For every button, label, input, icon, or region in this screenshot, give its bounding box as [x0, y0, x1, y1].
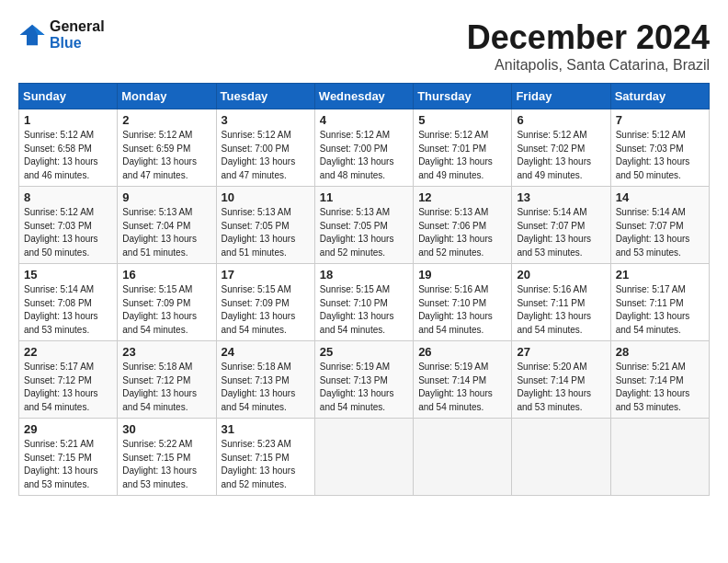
- day-info: Sunrise: 5:12 AM Sunset: 6:58 PM Dayligh…: [24, 129, 112, 182]
- day-number: 22: [24, 345, 112, 359]
- calendar-day-cell: 24Sunrise: 5:18 AM Sunset: 7:13 PM Dayli…: [216, 341, 314, 419]
- calendar-day-cell: 21Sunrise: 5:17 AM Sunset: 7:11 PM Dayli…: [610, 264, 709, 341]
- calendar-day-cell: 3Sunrise: 5:12 AM Sunset: 7:00 PM Daylig…: [216, 109, 314, 187]
- weekday-header: Saturday: [610, 84, 709, 109]
- day-info: Sunrise: 5:15 AM Sunset: 7:09 PM Dayligh…: [122, 283, 210, 337]
- day-info: Sunrise: 5:14 AM Sunset: 7:07 PM Dayligh…: [517, 206, 605, 259]
- day-info: Sunrise: 5:12 AM Sunset: 7:01 PM Dayligh…: [418, 129, 506, 182]
- calendar-day-cell: 14Sunrise: 5:14 AM Sunset: 7:07 PM Dayli…: [610, 187, 709, 264]
- weekday-header: Monday: [118, 84, 216, 109]
- day-info: Sunrise: 5:16 AM Sunset: 7:11 PM Dayligh…: [517, 283, 605, 337]
- day-number: 31: [222, 422, 310, 436]
- calendar-day-cell: 26Sunrise: 5:19 AM Sunset: 7:14 PM Dayli…: [414, 341, 512, 419]
- day-info: Sunrise: 5:17 AM Sunset: 7:12 PM Dayligh…: [24, 361, 112, 414]
- calendar-week-row: 22Sunrise: 5:17 AM Sunset: 7:12 PM Dayli…: [19, 341, 710, 419]
- day-info: Sunrise: 5:12 AM Sunset: 7:03 PM Dayligh…: [24, 206, 112, 259]
- calendar-day-cell: [414, 419, 512, 496]
- calendar-day-cell: 8Sunrise: 5:12 AM Sunset: 7:03 PM Daylig…: [19, 187, 118, 264]
- weekday-header: Sunday: [19, 84, 118, 109]
- day-number: 12: [418, 190, 506, 204]
- day-info: Sunrise: 5:15 AM Sunset: 7:10 PM Dayligh…: [320, 283, 408, 337]
- day-info: Sunrise: 5:16 AM Sunset: 7:10 PM Dayligh…: [418, 283, 506, 337]
- calendar-day-cell: 4Sunrise: 5:12 AM Sunset: 7:00 PM Daylig…: [314, 109, 413, 187]
- day-number: 14: [616, 190, 704, 204]
- calendar-day-cell: 25Sunrise: 5:19 AM Sunset: 7:13 PM Dayli…: [314, 341, 413, 419]
- day-number: 8: [24, 190, 112, 204]
- day-info: Sunrise: 5:18 AM Sunset: 7:13 PM Dayligh…: [222, 361, 310, 414]
- weekday-header: Wednesday: [314, 84, 413, 109]
- calendar-day-cell: 11Sunrise: 5:13 AM Sunset: 7:05 PM Dayli…: [314, 187, 413, 264]
- calendar-day-cell: 5Sunrise: 5:12 AM Sunset: 7:01 PM Daylig…: [414, 109, 512, 187]
- day-number: 30: [122, 422, 210, 436]
- calendar-day-cell: 13Sunrise: 5:14 AM Sunset: 7:07 PM Dayli…: [512, 187, 610, 264]
- logo: General Blue: [18, 18, 105, 52]
- day-number: 23: [122, 345, 210, 359]
- calendar-day-cell: 27Sunrise: 5:20 AM Sunset: 7:14 PM Dayli…: [512, 341, 610, 419]
- day-number: 2: [122, 113, 210, 127]
- day-info: Sunrise: 5:12 AM Sunset: 7:00 PM Dayligh…: [320, 129, 408, 182]
- day-info: Sunrise: 5:12 AM Sunset: 7:02 PM Dayligh…: [517, 129, 605, 182]
- calendar-day-cell: 29Sunrise: 5:21 AM Sunset: 7:15 PM Dayli…: [19, 419, 118, 496]
- logo-icon: [18, 21, 46, 49]
- day-number: 3: [222, 113, 310, 127]
- day-number: 19: [418, 268, 506, 282]
- page-header: General Blue December 2024 Anitapolis, S…: [18, 18, 710, 74]
- day-info: Sunrise: 5:15 AM Sunset: 7:09 PM Dayligh…: [222, 283, 310, 337]
- day-info: Sunrise: 5:17 AM Sunset: 7:11 PM Dayligh…: [616, 283, 704, 337]
- calendar-day-cell: 10Sunrise: 5:13 AM Sunset: 7:05 PM Dayli…: [216, 187, 314, 264]
- month-title: December 2024: [467, 18, 710, 57]
- title-block: December 2024 Anitapolis, Santa Catarina…: [467, 18, 710, 74]
- calendar-day-cell: 28Sunrise: 5:21 AM Sunset: 7:14 PM Dayli…: [610, 341, 709, 419]
- day-number: 25: [320, 345, 408, 359]
- day-number: 4: [320, 113, 408, 127]
- calendar-day-cell: 7Sunrise: 5:12 AM Sunset: 7:03 PM Daylig…: [610, 109, 709, 187]
- day-number: 10: [222, 190, 310, 204]
- day-info: Sunrise: 5:12 AM Sunset: 7:00 PM Dayligh…: [222, 129, 310, 182]
- day-info: Sunrise: 5:13 AM Sunset: 7:05 PM Dayligh…: [222, 206, 310, 259]
- day-info: Sunrise: 5:14 AM Sunset: 7:07 PM Dayligh…: [616, 206, 704, 259]
- day-number: 21: [616, 268, 704, 282]
- day-info: Sunrise: 5:13 AM Sunset: 7:04 PM Dayligh…: [122, 206, 210, 259]
- day-number: 16: [122, 268, 210, 282]
- calendar-day-cell: 2Sunrise: 5:12 AM Sunset: 6:59 PM Daylig…: [118, 109, 216, 187]
- day-number: 7: [616, 113, 704, 127]
- weekday-header: Tuesday: [216, 84, 314, 109]
- calendar-table: SundayMondayTuesdayWednesdayThursdayFrid…: [18, 83, 710, 496]
- logo-text: General Blue: [50, 18, 105, 52]
- calendar-day-cell: [512, 419, 610, 496]
- day-number: 13: [517, 190, 605, 204]
- day-number: 29: [24, 422, 112, 436]
- day-info: Sunrise: 5:22 AM Sunset: 7:15 PM Dayligh…: [122, 438, 210, 491]
- calendar-week-row: 29Sunrise: 5:21 AM Sunset: 7:15 PM Dayli…: [19, 419, 710, 496]
- day-number: 5: [418, 113, 506, 127]
- day-info: Sunrise: 5:18 AM Sunset: 7:12 PM Dayligh…: [122, 361, 210, 414]
- calendar-day-cell: 9Sunrise: 5:13 AM Sunset: 7:04 PM Daylig…: [118, 187, 216, 264]
- day-number: 15: [24, 268, 112, 282]
- calendar-day-cell: 15Sunrise: 5:14 AM Sunset: 7:08 PM Dayli…: [19, 264, 118, 341]
- calendar-day-cell: 6Sunrise: 5:12 AM Sunset: 7:02 PM Daylig…: [512, 109, 610, 187]
- day-info: Sunrise: 5:12 AM Sunset: 7:03 PM Dayligh…: [616, 129, 704, 182]
- day-number: 6: [517, 113, 605, 127]
- calendar-week-row: 8Sunrise: 5:12 AM Sunset: 7:03 PM Daylig…: [19, 187, 710, 264]
- calendar-day-cell: 1Sunrise: 5:12 AM Sunset: 6:58 PM Daylig…: [19, 109, 118, 187]
- day-number: 18: [320, 268, 408, 282]
- day-info: Sunrise: 5:21 AM Sunset: 7:14 PM Dayligh…: [616, 361, 704, 414]
- calendar-day-cell: 18Sunrise: 5:15 AM Sunset: 7:10 PM Dayli…: [314, 264, 413, 341]
- day-info: Sunrise: 5:12 AM Sunset: 6:59 PM Dayligh…: [122, 129, 210, 182]
- calendar-day-cell: 12Sunrise: 5:13 AM Sunset: 7:06 PM Dayli…: [414, 187, 512, 264]
- calendar-day-cell: 23Sunrise: 5:18 AM Sunset: 7:12 PM Dayli…: [118, 341, 216, 419]
- calendar-day-cell: [610, 419, 709, 496]
- calendar-day-cell: 30Sunrise: 5:22 AM Sunset: 7:15 PM Dayli…: [118, 419, 216, 496]
- calendar-day-cell: [314, 419, 413, 496]
- day-number: 1: [24, 113, 112, 127]
- day-number: 24: [222, 345, 310, 359]
- day-number: 28: [616, 345, 704, 359]
- weekday-header: Friday: [512, 84, 610, 109]
- calendar-week-row: 15Sunrise: 5:14 AM Sunset: 7:08 PM Dayli…: [19, 264, 710, 341]
- day-number: 20: [517, 268, 605, 282]
- day-number: 26: [418, 345, 506, 359]
- calendar-week-row: 1Sunrise: 5:12 AM Sunset: 6:58 PM Daylig…: [19, 109, 710, 187]
- day-info: Sunrise: 5:19 AM Sunset: 7:13 PM Dayligh…: [320, 361, 408, 414]
- day-info: Sunrise: 5:13 AM Sunset: 7:06 PM Dayligh…: [418, 206, 506, 259]
- day-number: 9: [122, 190, 210, 204]
